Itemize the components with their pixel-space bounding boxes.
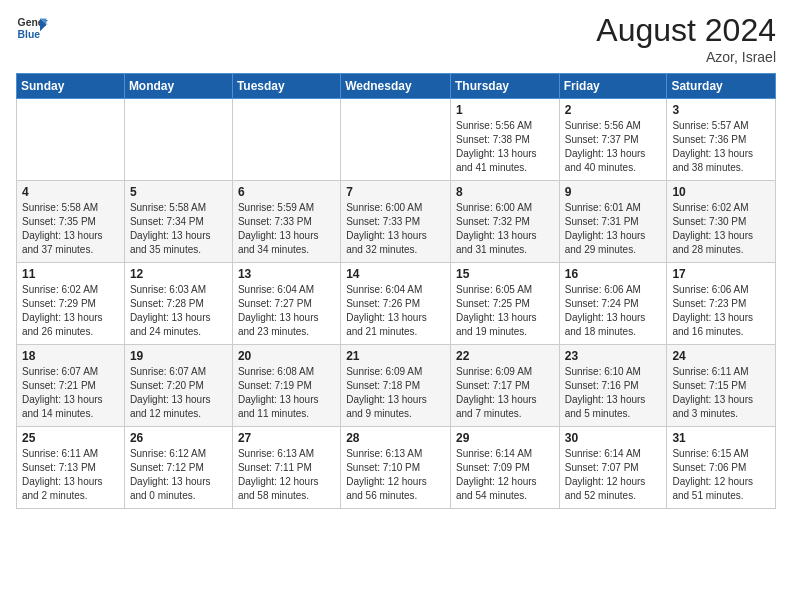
- table-row: 27Sunrise: 6:13 AM Sunset: 7:11 PM Dayli…: [232, 427, 340, 509]
- day-number: 4: [22, 185, 119, 199]
- col-thursday: Thursday: [450, 74, 559, 99]
- calendar-header-row: Sunday Monday Tuesday Wednesday Thursday…: [17, 74, 776, 99]
- day-info: Sunrise: 6:09 AM Sunset: 7:18 PM Dayligh…: [346, 365, 445, 421]
- day-info: Sunrise: 6:13 AM Sunset: 7:11 PM Dayligh…: [238, 447, 335, 503]
- day-info: Sunrise: 6:06 AM Sunset: 7:23 PM Dayligh…: [672, 283, 770, 339]
- day-number: 12: [130, 267, 227, 281]
- table-row: 20Sunrise: 6:08 AM Sunset: 7:19 PM Dayli…: [232, 345, 340, 427]
- table-row: 2Sunrise: 5:56 AM Sunset: 7:37 PM Daylig…: [559, 99, 667, 181]
- day-info: Sunrise: 5:58 AM Sunset: 7:35 PM Dayligh…: [22, 201, 119, 257]
- day-info: Sunrise: 6:14 AM Sunset: 7:07 PM Dayligh…: [565, 447, 662, 503]
- day-number: 1: [456, 103, 554, 117]
- col-sunday: Sunday: [17, 74, 125, 99]
- location-subtitle: Azor, Israel: [596, 49, 776, 65]
- table-row: 25Sunrise: 6:11 AM Sunset: 7:13 PM Dayli…: [17, 427, 125, 509]
- day-number: 30: [565, 431, 662, 445]
- day-info: Sunrise: 6:15 AM Sunset: 7:06 PM Dayligh…: [672, 447, 770, 503]
- day-info: Sunrise: 6:00 AM Sunset: 7:33 PM Dayligh…: [346, 201, 445, 257]
- day-info: Sunrise: 6:02 AM Sunset: 7:29 PM Dayligh…: [22, 283, 119, 339]
- day-info: Sunrise: 6:07 AM Sunset: 7:20 PM Dayligh…: [130, 365, 227, 421]
- calendar-week-row: 25Sunrise: 6:11 AM Sunset: 7:13 PM Dayli…: [17, 427, 776, 509]
- month-year-title: August 2024: [596, 12, 776, 49]
- day-info: Sunrise: 6:02 AM Sunset: 7:30 PM Dayligh…: [672, 201, 770, 257]
- table-row: 7Sunrise: 6:00 AM Sunset: 7:33 PM Daylig…: [341, 181, 451, 263]
- table-row: [17, 99, 125, 181]
- table-row: 28Sunrise: 6:13 AM Sunset: 7:10 PM Dayli…: [341, 427, 451, 509]
- day-info: Sunrise: 5:58 AM Sunset: 7:34 PM Dayligh…: [130, 201, 227, 257]
- header: General Blue August 2024 Azor, Israel: [16, 12, 776, 65]
- col-tuesday: Tuesday: [232, 74, 340, 99]
- col-monday: Monday: [124, 74, 232, 99]
- calendar-week-row: 4Sunrise: 5:58 AM Sunset: 7:35 PM Daylig…: [17, 181, 776, 263]
- svg-text:Blue: Blue: [18, 29, 41, 40]
- day-number: 11: [22, 267, 119, 281]
- col-wednesday: Wednesday: [341, 74, 451, 99]
- day-number: 3: [672, 103, 770, 117]
- page: General Blue August 2024 Azor, Israel Su…: [0, 0, 792, 612]
- day-number: 6: [238, 185, 335, 199]
- table-row: 21Sunrise: 6:09 AM Sunset: 7:18 PM Dayli…: [341, 345, 451, 427]
- day-info: Sunrise: 6:09 AM Sunset: 7:17 PM Dayligh…: [456, 365, 554, 421]
- day-info: Sunrise: 6:05 AM Sunset: 7:25 PM Dayligh…: [456, 283, 554, 339]
- table-row: 26Sunrise: 6:12 AM Sunset: 7:12 PM Dayli…: [124, 427, 232, 509]
- table-row: [124, 99, 232, 181]
- day-number: 26: [130, 431, 227, 445]
- day-info: Sunrise: 6:04 AM Sunset: 7:26 PM Dayligh…: [346, 283, 445, 339]
- table-row: 16Sunrise: 6:06 AM Sunset: 7:24 PM Dayli…: [559, 263, 667, 345]
- title-block: August 2024 Azor, Israel: [596, 12, 776, 65]
- day-info: Sunrise: 6:07 AM Sunset: 7:21 PM Dayligh…: [22, 365, 119, 421]
- col-friday: Friday: [559, 74, 667, 99]
- day-number: 2: [565, 103, 662, 117]
- day-number: 16: [565, 267, 662, 281]
- day-info: Sunrise: 6:06 AM Sunset: 7:24 PM Dayligh…: [565, 283, 662, 339]
- table-row: 29Sunrise: 6:14 AM Sunset: 7:09 PM Dayli…: [450, 427, 559, 509]
- day-number: 19: [130, 349, 227, 363]
- table-row: 10Sunrise: 6:02 AM Sunset: 7:30 PM Dayli…: [667, 181, 776, 263]
- day-number: 13: [238, 267, 335, 281]
- day-info: Sunrise: 6:08 AM Sunset: 7:19 PM Dayligh…: [238, 365, 335, 421]
- day-info: Sunrise: 5:57 AM Sunset: 7:36 PM Dayligh…: [672, 119, 770, 175]
- day-number: 24: [672, 349, 770, 363]
- day-number: 27: [238, 431, 335, 445]
- logo-icon: General Blue: [16, 12, 48, 44]
- day-number: 10: [672, 185, 770, 199]
- table-row: 3Sunrise: 5:57 AM Sunset: 7:36 PM Daylig…: [667, 99, 776, 181]
- table-row: 13Sunrise: 6:04 AM Sunset: 7:27 PM Dayli…: [232, 263, 340, 345]
- table-row: 11Sunrise: 6:02 AM Sunset: 7:29 PM Dayli…: [17, 263, 125, 345]
- day-number: 8: [456, 185, 554, 199]
- day-info: Sunrise: 6:03 AM Sunset: 7:28 PM Dayligh…: [130, 283, 227, 339]
- day-number: 20: [238, 349, 335, 363]
- table-row: 24Sunrise: 6:11 AM Sunset: 7:15 PM Dayli…: [667, 345, 776, 427]
- day-info: Sunrise: 6:10 AM Sunset: 7:16 PM Dayligh…: [565, 365, 662, 421]
- day-info: Sunrise: 6:13 AM Sunset: 7:10 PM Dayligh…: [346, 447, 445, 503]
- day-number: 28: [346, 431, 445, 445]
- table-row: 22Sunrise: 6:09 AM Sunset: 7:17 PM Dayli…: [450, 345, 559, 427]
- day-number: 31: [672, 431, 770, 445]
- table-row: 4Sunrise: 5:58 AM Sunset: 7:35 PM Daylig…: [17, 181, 125, 263]
- day-number: 15: [456, 267, 554, 281]
- calendar-week-row: 18Sunrise: 6:07 AM Sunset: 7:21 PM Dayli…: [17, 345, 776, 427]
- day-number: 14: [346, 267, 445, 281]
- day-number: 7: [346, 185, 445, 199]
- day-number: 9: [565, 185, 662, 199]
- calendar-table: Sunday Monday Tuesday Wednesday Thursday…: [16, 73, 776, 509]
- table-row: 1Sunrise: 5:56 AM Sunset: 7:38 PM Daylig…: [450, 99, 559, 181]
- table-row: 9Sunrise: 6:01 AM Sunset: 7:31 PM Daylig…: [559, 181, 667, 263]
- day-number: 22: [456, 349, 554, 363]
- table-row: 23Sunrise: 6:10 AM Sunset: 7:16 PM Dayli…: [559, 345, 667, 427]
- table-row: [232, 99, 340, 181]
- table-row: 17Sunrise: 6:06 AM Sunset: 7:23 PM Dayli…: [667, 263, 776, 345]
- day-info: Sunrise: 6:11 AM Sunset: 7:13 PM Dayligh…: [22, 447, 119, 503]
- table-row: 30Sunrise: 6:14 AM Sunset: 7:07 PM Dayli…: [559, 427, 667, 509]
- day-number: 29: [456, 431, 554, 445]
- day-info: Sunrise: 6:12 AM Sunset: 7:12 PM Dayligh…: [130, 447, 227, 503]
- col-saturday: Saturday: [667, 74, 776, 99]
- table-row: 18Sunrise: 6:07 AM Sunset: 7:21 PM Dayli…: [17, 345, 125, 427]
- day-number: 5: [130, 185, 227, 199]
- day-number: 25: [22, 431, 119, 445]
- day-info: Sunrise: 6:04 AM Sunset: 7:27 PM Dayligh…: [238, 283, 335, 339]
- table-row: 6Sunrise: 5:59 AM Sunset: 7:33 PM Daylig…: [232, 181, 340, 263]
- day-info: Sunrise: 5:56 AM Sunset: 7:37 PM Dayligh…: [565, 119, 662, 175]
- day-info: Sunrise: 6:11 AM Sunset: 7:15 PM Dayligh…: [672, 365, 770, 421]
- day-number: 18: [22, 349, 119, 363]
